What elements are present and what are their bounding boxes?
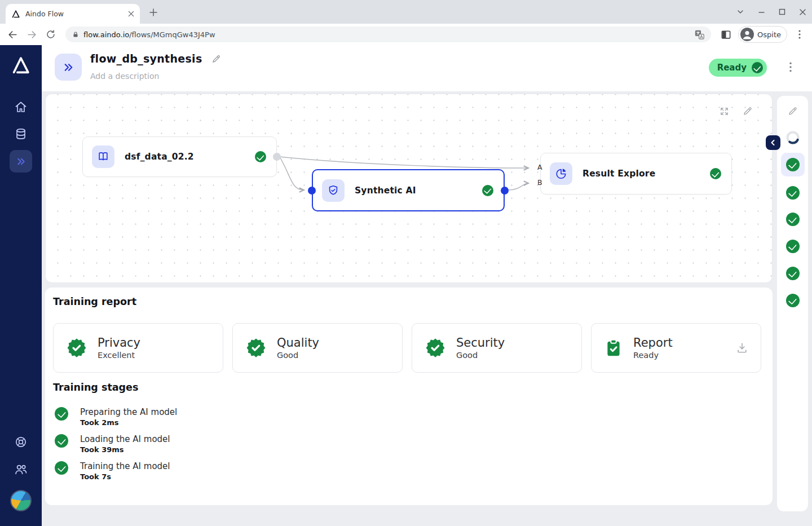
- report-card-quality[interactable]: Quality Good: [232, 323, 403, 373]
- url-text: flow.aindo.io/flows/MGmqGw43J4Pw: [83, 30, 215, 39]
- status-label: Ready: [717, 63, 747, 73]
- training-report-panel: Training report Privacy Excellent Qualit…: [45, 288, 773, 505]
- stage-row: Loading the AI model Took 39ms: [55, 434, 170, 454]
- browser-menu-icon[interactable]: [793, 28, 806, 41]
- profile-name: Ospite: [757, 30, 781, 39]
- node-synthetic-ai[interactable]: Synthetic AI: [312, 169, 505, 211]
- rail-step-check-icon[interactable]: [786, 240, 800, 253]
- steps-rail: [777, 96, 808, 511]
- stage-check-icon: [55, 407, 68, 421]
- forward-icon[interactable]: [25, 28, 38, 41]
- users-icon[interactable]: [14, 462, 28, 476]
- edit-title-icon[interactable]: [211, 54, 221, 64]
- output-port[interactable]: [501, 187, 509, 195]
- report-card-security[interactable]: Security Good: [412, 323, 582, 373]
- app-sidebar: [0, 45, 42, 526]
- aindo-logo-icon: [11, 55, 31, 76]
- node-complete-icon: [255, 151, 266, 162]
- node-label: Result Explore: [582, 169, 655, 179]
- workspace-avatar[interactable]: [10, 490, 32, 511]
- stage-duration: Took 7s: [80, 472, 170, 481]
- reload-icon[interactable]: [44, 28, 58, 41]
- book-icon: [92, 145, 114, 168]
- window-chevron-icon[interactable]: [736, 8, 744, 16]
- node-result-explore[interactable]: Result Explore: [540, 153, 732, 195]
- card-value: Good: [277, 351, 319, 360]
- node-complete-icon: [710, 168, 721, 179]
- card-value: Good: [456, 351, 505, 360]
- support-icon[interactable]: [14, 435, 28, 449]
- fit-view-icon[interactable]: [720, 107, 729, 116]
- stage-label: Training the AI model: [80, 461, 170, 471]
- card-title: Privacy: [98, 336, 140, 350]
- step-check-icon: [786, 158, 800, 171]
- rail-step-check-icon[interactable]: [786, 294, 800, 307]
- stage-check-icon: [55, 434, 68, 448]
- new-tab-button[interactable]: [145, 5, 161, 20]
- report-card-privacy[interactable]: Privacy Excellent: [53, 323, 223, 373]
- flow-canvas[interactable]: dsf_data_02.2 Synthetic AI: [45, 94, 773, 283]
- back-icon[interactable]: [6, 28, 19, 41]
- card-value: Ready: [633, 351, 673, 360]
- stage-label: Preparing the AI model: [80, 407, 177, 417]
- seal-check-icon: [66, 337, 87, 359]
- tab-title: Aindo Flow: [25, 10, 123, 18]
- input-a-label: A: [537, 163, 542, 171]
- stage-check-icon: [55, 461, 68, 475]
- seal-check-icon: [245, 337, 267, 359]
- stage-duration: Took 2ms: [80, 418, 177, 427]
- download-report-icon[interactable]: [736, 342, 748, 354]
- progress-ring-icon[interactable]: [785, 130, 800, 145]
- sidebar-item-flows[interactable]: [10, 150, 32, 173]
- training-stages-heading: Training stages: [53, 382, 138, 393]
- node-label: dsf_data_02.2: [125, 152, 194, 162]
- canvas-edit-icon[interactable]: [743, 106, 753, 116]
- card-title: Quality: [277, 336, 319, 350]
- card-title: Report: [633, 336, 673, 350]
- content-area: dsf_data_02.2 Synthetic AI: [42, 91, 812, 526]
- node-label: Synthetic AI: [355, 185, 416, 196]
- output-port[interactable]: [273, 153, 281, 161]
- report-card-report[interactable]: Report Ready: [591, 323, 761, 373]
- rail-step-check-icon[interactable]: [786, 186, 800, 200]
- browser-tab[interactable]: Aindo Flow: [6, 4, 140, 24]
- window-minimize-icon[interactable]: [758, 8, 765, 16]
- status-badge: Ready: [709, 59, 767, 77]
- rail-edit-icon[interactable]: [788, 106, 798, 116]
- pie-chart-icon: [550, 162, 572, 185]
- rail-step-check-icon[interactable]: [786, 213, 800, 226]
- app-window: flow_db_synthesis Add a description Read…: [0, 45, 812, 526]
- window-close-icon[interactable]: [799, 8, 806, 16]
- sidebar-item-home[interactable]: [14, 100, 28, 114]
- window-maximize-icon[interactable]: [779, 8, 785, 15]
- tab-close-icon[interactable]: [128, 11, 134, 17]
- description-placeholder[interactable]: Add a description: [90, 72, 159, 81]
- training-report-heading: Training report: [53, 296, 136, 307]
- node-complete-icon: [482, 185, 493, 196]
- input-port[interactable]: [308, 187, 316, 195]
- url-bar[interactable]: flow.aindo.io/flows/MGmqGw43J4Pw: [65, 26, 711, 42]
- rail-step-selected[interactable]: [781, 153, 805, 176]
- seal-check-icon: [425, 337, 446, 359]
- shield-check-icon: [322, 179, 345, 202]
- rail-step-check-icon[interactable]: [786, 267, 800, 280]
- card-value: Excellent: [98, 351, 140, 360]
- tab-strip: Aindo Flow: [0, 0, 812, 24]
- sidebar-item-datasets[interactable]: [14, 127, 28, 141]
- flow-header: flow_db_synthesis Add a description Read…: [42, 45, 812, 91]
- translate-icon[interactable]: [695, 30, 704, 39]
- profile-chip[interactable]: Ospite: [738, 26, 787, 43]
- input-b-label: B: [537, 178, 542, 187]
- flow-menu-icon[interactable]: [789, 62, 792, 72]
- stage-duration: Took 39ms: [80, 445, 170, 454]
- stage-row: Preparing the AI model Took 2ms: [55, 407, 177, 427]
- side-panel-icon[interactable]: [719, 28, 732, 41]
- stage-row: Training the AI model Took 7s: [55, 461, 170, 481]
- status-check-icon: [752, 62, 763, 73]
- flow-type-icon[interactable]: [55, 54, 82, 81]
- flow-title: flow_db_synthesis: [90, 52, 202, 65]
- stage-label: Loading the AI model: [80, 434, 170, 444]
- card-title: Security: [456, 336, 505, 350]
- node-dataset[interactable]: dsf_data_02.2: [82, 136, 277, 177]
- collapse-rail-button[interactable]: [766, 135, 780, 150]
